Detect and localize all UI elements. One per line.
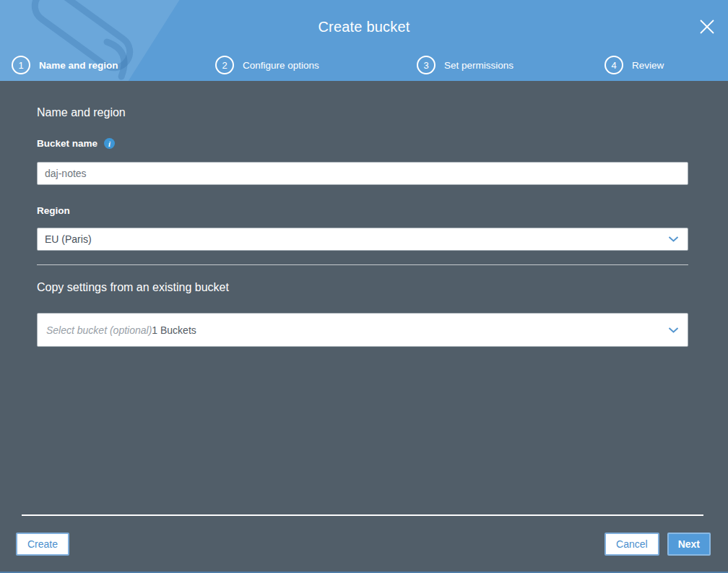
buckets-count-text: 1 Buckets bbox=[152, 324, 196, 336]
chevron-down-icon bbox=[668, 327, 679, 333]
dialog-body: Name and region Bucket name i Region EU … bbox=[0, 81, 728, 573]
step-1-label: Name and region bbox=[39, 60, 118, 71]
bucket-select-placeholder: Select bucket (optional) bbox=[46, 324, 152, 336]
bucket-name-label-text: Bucket name bbox=[37, 138, 98, 149]
footer-actions: Cancel Next bbox=[604, 533, 711, 556]
close-icon[interactable] bbox=[697, 17, 717, 37]
step-2-label: Configure options bbox=[243, 60, 319, 71]
step-4-label: Review bbox=[632, 60, 664, 71]
section-divider bbox=[37, 264, 688, 265]
step-name-and-region[interactable]: 1 Name and region bbox=[12, 55, 118, 75]
step-configure-options[interactable]: 2 Configure options bbox=[215, 55, 319, 75]
step-4-badge: 4 bbox=[604, 56, 623, 74]
region-select[interactable]: EU (Paris) bbox=[37, 228, 688, 251]
step-2-badge: 2 bbox=[215, 56, 234, 74]
section-heading-copy-settings: Copy settings from an existing bucket bbox=[37, 281, 229, 294]
bucket-name-label: Bucket name i bbox=[37, 138, 115, 149]
copy-settings-bucket-select[interactable]: Select bucket (optional) 1 Buckets bbox=[37, 313, 688, 347]
dialog-title: Create bucket bbox=[0, 19, 728, 35]
cancel-button[interactable]: Cancel bbox=[604, 533, 659, 556]
info-icon[interactable]: i bbox=[104, 138, 115, 149]
create-bucket-dialog: Create bucket 1 Name and region 2 Config… bbox=[0, 0, 728, 573]
step-3-label: Set permissions bbox=[444, 60, 514, 71]
bucket-name-input[interactable] bbox=[37, 162, 688, 185]
section-heading-name-region: Name and region bbox=[37, 106, 126, 119]
chevron-down-icon bbox=[668, 236, 679, 243]
step-review[interactable]: 4 Review bbox=[604, 55, 664, 75]
region-select-value: EU (Paris) bbox=[45, 233, 92, 245]
step-indicator: 1 Name and region 2 Configure options 3 … bbox=[0, 55, 728, 75]
step-3-badge: 3 bbox=[417, 56, 436, 74]
next-button[interactable]: Next bbox=[667, 533, 711, 556]
create-button[interactable]: Create bbox=[16, 533, 69, 556]
footer-divider bbox=[22, 514, 703, 516]
region-label: Region bbox=[37, 205, 70, 216]
step-1-badge: 1 bbox=[12, 56, 30, 74]
step-set-permissions[interactable]: 3 Set permissions bbox=[417, 55, 514, 75]
region-label-text: Region bbox=[37, 205, 70, 216]
dialog-header: Create bucket 1 Name and region 2 Config… bbox=[0, 0, 728, 81]
